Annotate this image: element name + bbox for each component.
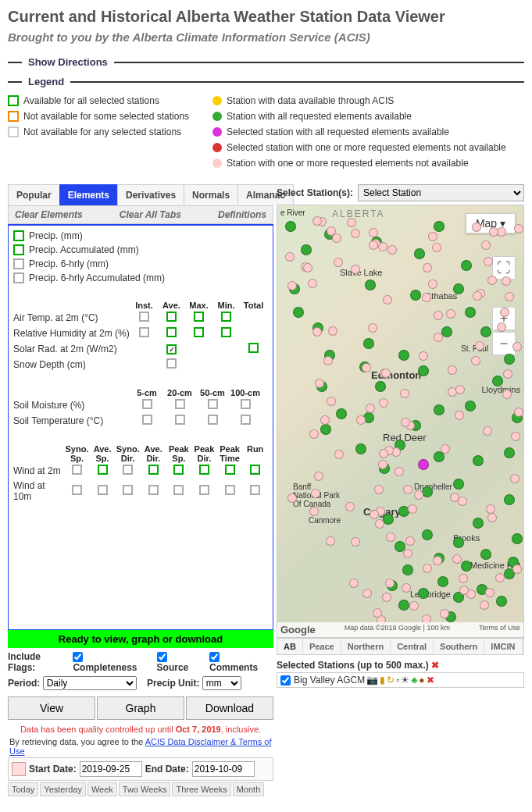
station-marker-unavailable[interactable] (480, 600, 489, 610)
precip-unit-select[interactable]: mm (202, 676, 241, 690)
station-marker-unavailable[interactable] (351, 537, 360, 547)
station-marker-unavailable[interactable] (503, 369, 512, 379)
station-marker[interactable] (293, 307, 304, 318)
station-marker-unavailable[interactable] (349, 579, 359, 588)
station-marker-unavailable[interactable] (455, 385, 465, 394)
station-marker-unavailable[interactable] (428, 232, 437, 241)
station-marker-unavailable[interactable] (485, 588, 495, 597)
station-marker[interactable] (398, 600, 409, 611)
plant-icon[interactable]: ♣ (411, 675, 417, 686)
station-marker-unavailable[interactable] (320, 415, 330, 425)
grid-checkbox[interactable] (123, 465, 133, 475)
map-tab-peace[interactable]: Peace (303, 639, 341, 654)
tab-derivatives[interactable]: Derivatives (117, 184, 184, 205)
grid-checkbox[interactable] (221, 312, 231, 322)
station-marker-unavailable[interactable] (448, 365, 457, 375)
station-marker-unavailable[interactable] (334, 258, 343, 267)
station-marker-unavailable[interactable] (373, 608, 382, 618)
station-marker[interactable] (453, 283, 464, 294)
station-marker[interactable] (434, 404, 445, 415)
station-marker[interactable] (473, 518, 484, 529)
station-marker[interactable] (512, 533, 523, 544)
station-marker[interactable] (365, 280, 376, 290)
station-marker-unavailable[interactable] (489, 227, 498, 237)
grid-checkbox[interactable] (248, 343, 259, 353)
station-marker-unavailable[interactable] (374, 485, 384, 494)
calendar-icon[interactable] (12, 762, 26, 776)
station-marker-unavailable[interactable] (440, 609, 449, 618)
station-marker-unavailable[interactable] (369, 228, 378, 237)
station-marker-unavailable[interactable] (362, 589, 372, 598)
grid-checkbox[interactable] (123, 485, 133, 495)
station-marker-unavailable[interactable] (382, 593, 391, 602)
flag-comments[interactable]: Comments (209, 651, 267, 673)
station-marker-unavailable[interactable] (378, 460, 387, 469)
station-marker-unavailable[interactable] (314, 472, 323, 481)
station-marker-unavailable[interactable] (400, 389, 409, 398)
element-checkbox[interactable] (13, 258, 24, 269)
station-marker[interactable] (336, 408, 347, 419)
station-marker[interactable] (402, 564, 413, 575)
station-marker[interactable] (465, 307, 476, 318)
station-marker-unavailable[interactable] (308, 279, 317, 288)
station-marker-unavailable[interactable] (362, 363, 371, 372)
station-marker-unavailable[interactable] (441, 444, 450, 454)
station-checkbox[interactable] (280, 675, 291, 686)
station-marker[interactable] (285, 221, 296, 232)
station-marker-unavailable[interactable] (375, 519, 384, 529)
quick-date-today[interactable]: Today (8, 782, 38, 796)
station-marker-unavailable[interactable] (502, 276, 511, 286)
station-marker-unavailable[interactable] (409, 601, 419, 611)
station-marker[interactable] (437, 576, 448, 587)
station-marker-unavailable[interactable] (428, 280, 437, 289)
station-marker[interactable] (496, 596, 507, 607)
grid-checkbox[interactable] (194, 327, 204, 337)
select-station-dropdown[interactable]: Select Station (358, 184, 524, 201)
quick-date-month[interactable]: Month (233, 782, 265, 796)
station-marker-unavailable[interactable] (309, 429, 319, 439)
grid-checkbox[interactable] (98, 485, 108, 495)
station-marker-unavailable[interactable] (473, 291, 482, 301)
terms-link[interactable]: Terms of Use (479, 624, 520, 636)
station-marker-unavailable[interactable] (502, 390, 512, 399)
flag-completeness[interactable]: Completeness (73, 651, 145, 673)
refresh-icon[interactable]: ↻ (387, 675, 395, 686)
grid-checkbox[interactable] (166, 312, 177, 322)
station-marker[interactable] (410, 290, 421, 301)
station-marker-unavailable[interactable] (433, 556, 442, 565)
station-marker-unavailable[interactable] (512, 342, 522, 351)
grid-checkbox[interactable] (225, 485, 235, 495)
station-marker[interactable] (492, 376, 503, 386)
station-marker-unavailable[interactable] (379, 449, 388, 458)
station-marker-unavailable[interactable] (303, 263, 312, 272)
station-marker-unavailable[interactable] (432, 243, 441, 252)
station-marker-unavailable[interactable] (511, 432, 520, 441)
flag-source[interactable]: Source (157, 651, 198, 673)
station-marker-unavailable[interactable] (347, 218, 356, 227)
station-marker-unavailable[interactable] (514, 224, 523, 233)
station-marker[interactable] (465, 401, 476, 411)
map-tab-central[interactable]: Central (391, 639, 434, 654)
station-marker-unavailable[interactable] (351, 229, 360, 238)
station-marker[interactable] (422, 486, 433, 497)
show-directions-toggle[interactable]: Show Directions (8, 56, 524, 68)
clear-all-stations-button[interactable]: ✖ (431, 660, 439, 671)
period-select[interactable]: Daily (43, 676, 137, 690)
station-marker-unavailable[interactable] (402, 583, 411, 593)
grid-checkbox[interactable] (208, 415, 218, 425)
grid-checkbox[interactable] (241, 415, 251, 425)
grid-checkbox[interactable] (250, 485, 260, 495)
station-marker-unavailable[interactable] (369, 240, 378, 250)
map[interactable]: ALBERTA Map ▾ ⛶ + − Edmonton Red Deer Ca… (277, 205, 524, 638)
station-marker[interactable] (398, 350, 409, 361)
grid-checkbox[interactable] (148, 485, 159, 495)
station-marker-unavailable[interactable] (356, 415, 366, 425)
station-marker-unavailable[interactable] (287, 281, 297, 290)
map-tab-ab[interactable]: AB (277, 639, 303, 654)
station-marker[interactable] (422, 529, 433, 540)
station-marker[interactable] (375, 381, 386, 392)
station-marker-unavailable[interactable] (458, 497, 467, 506)
station-marker-unavailable[interactable] (497, 322, 506, 332)
grid-checkbox[interactable] (139, 312, 149, 322)
start-date-input[interactable] (80, 761, 142, 777)
